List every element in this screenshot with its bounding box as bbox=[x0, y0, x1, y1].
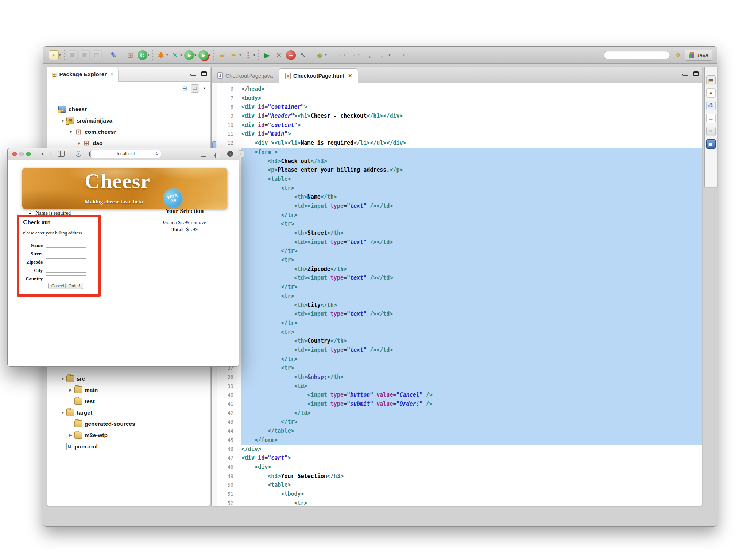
fold-icon[interactable]: − bbox=[233, 94, 241, 103]
open-expander-icon[interactable]: ▼ bbox=[59, 377, 66, 381]
open-perspective-icon[interactable]: ❖ bbox=[675, 51, 681, 59]
code-line-29[interactable]: 29 <tr> bbox=[217, 292, 702, 301]
code-line-46[interactable]: 46</div> bbox=[217, 445, 702, 454]
dock-grip[interactable] bbox=[708, 69, 714, 72]
open-expander-icon[interactable]: ▼ bbox=[75, 141, 82, 145]
code-line-45[interactable]: 45 </form> bbox=[217, 436, 702, 445]
code-editor[interactable]: 6</head>7−<body>8−<div id="container">9<… bbox=[212, 83, 702, 506]
fold-icon[interactable]: − bbox=[233, 121, 241, 130]
open-expander-icon[interactable]: ▼ bbox=[59, 118, 66, 123]
new-tab-icon[interactable]: + bbox=[238, 150, 244, 157]
compare-icon[interactable]: ⋮▾ bbox=[243, 50, 255, 60]
code-line-24[interactable]: 24 </tr> bbox=[217, 246, 702, 256]
forward-icon[interactable]: › bbox=[47, 149, 54, 158]
fold-icon[interactable]: − bbox=[233, 102, 241, 112]
code-line-8[interactable]: 8−<div id="container"> bbox=[217, 102, 702, 112]
run-icon[interactable]: ▶▾ bbox=[184, 50, 196, 60]
tree-item-test[interactable]: test bbox=[47, 396, 210, 407]
code-line-6[interactable]: 6</head> bbox=[217, 85, 702, 94]
publish-icon[interactable]: ↖ bbox=[298, 50, 308, 60]
code-line-10[interactable]: 10−<div id="content"> bbox=[217, 121, 702, 130]
search-icon[interactable]: ✒▾ bbox=[229, 50, 241, 60]
profile-icon[interactable]: ✱▾ bbox=[156, 50, 168, 60]
tab-checkoutpage-java[interactable]: J CheckoutPage.java bbox=[212, 68, 279, 83]
coverage-icon[interactable]: C▾ bbox=[138, 50, 150, 60]
fold-icon[interactable]: − bbox=[233, 382, 241, 391]
minimize-button[interactable] bbox=[19, 152, 24, 156]
close-button[interactable] bbox=[12, 152, 17, 156]
code-line-14[interactable]: 14 <h3>Check out</h3> bbox=[217, 157, 702, 166]
code-line-12[interactable]: 12 <div ><ul><li>Name is required</li></… bbox=[217, 139, 702, 148]
fold-icon[interactable]: − bbox=[233, 481, 241, 490]
code-line-35[interactable]: 35 <td><input type="text" /></td> bbox=[217, 346, 702, 355]
code-line-23[interactable]: 23 <td><input type="text" /></td> bbox=[217, 238, 702, 247]
back-icon[interactable]: ‹ bbox=[39, 149, 46, 158]
code-line-38[interactable]: 38 <th>&nbsp;</th> bbox=[217, 373, 702, 382]
zipcode-field[interactable] bbox=[46, 258, 86, 264]
code-line-20[interactable]: 20 </tr> bbox=[217, 211, 702, 220]
back-icon[interactable]: ←▾ bbox=[379, 50, 391, 60]
fold-icon[interactable]: − bbox=[233, 463, 241, 472]
code-line-27[interactable]: 27 <td><input type="text" /></td> bbox=[217, 273, 702, 283]
closed-expander-icon[interactable]: ▶ bbox=[67, 433, 74, 438]
tree-item-target[interactable]: ▼target bbox=[47, 407, 210, 418]
tree-item-src/main/java[interactable]: ▼⊞src/main/java bbox=[47, 115, 210, 126]
debug-server-icon[interactable]: ✳ bbox=[274, 50, 284, 60]
restore-views-icon[interactable]: ▤ bbox=[706, 75, 716, 85]
new-wizard-icon[interactable]: ✦▾ bbox=[49, 50, 61, 60]
fold-icon[interactable]: − bbox=[233, 454, 241, 463]
tree-item-com.cheesr[interactable]: ▼⊞com.cheesr bbox=[47, 126, 210, 137]
cancel-button[interactable]: Cancel bbox=[48, 283, 67, 289]
code-line-26[interactable]: 26 <th>Zipcode</th> bbox=[217, 265, 702, 274]
open-expander-icon[interactable]: ▼ bbox=[67, 130, 74, 134]
code-line-32[interactable]: 32 </tr> bbox=[217, 319, 702, 328]
code-line-16[interactable]: 16 <table> bbox=[217, 175, 702, 184]
collapse-all-icon[interactable]: ⊟ bbox=[182, 85, 187, 92]
last-edit-location-icon[interactable]: ← bbox=[367, 50, 376, 60]
code-line-34[interactable]: 34 <th>Country</th> bbox=[217, 337, 702, 346]
code-line-41[interactable]: 41 <input type="submit" value="Order!" /… bbox=[217, 400, 702, 409]
console-icon[interactable]: ▣ bbox=[706, 139, 716, 149]
code-line-40[interactable]: 40 <input type="button" value="Cancel" /… bbox=[217, 390, 702, 400]
code-line-43[interactable]: 43 </tr> bbox=[217, 417, 702, 427]
tree-item-src[interactable]: ▼src bbox=[47, 373, 210, 384]
tree-item-cheesr[interactable]: Jcheesr bbox=[47, 104, 210, 115]
code-line-18[interactable]: 18 <th>Name</th> bbox=[217, 192, 702, 202]
annotations-icon[interactable]: @ bbox=[706, 101, 716, 110]
quick-access-input[interactable] bbox=[604, 51, 670, 59]
debug-icon[interactable]: ✳▾ bbox=[170, 50, 182, 60]
export-file-icon[interactable]: → bbox=[706, 114, 716, 123]
java-perspective-button[interactable]: Java bbox=[685, 50, 712, 61]
open-expander-icon[interactable]: ▼ bbox=[59, 411, 66, 415]
new-java-project-icon[interactable]: ⊞ bbox=[125, 50, 135, 60]
record-icon[interactable]: ● bbox=[706, 88, 716, 98]
filters-icon[interactable]: ≡ bbox=[706, 127, 716, 136]
view-menu-icon[interactable]: ▼ bbox=[203, 86, 206, 90]
reader-icon[interactable]: i bbox=[76, 151, 81, 157]
fold-icon[interactable]: − bbox=[233, 129, 241, 139]
code-line-33[interactable]: 33 <tr> bbox=[217, 328, 702, 337]
package-explorer-tab[interactable]: ⊞ Package Explorer ✕ bbox=[47, 67, 119, 82]
fold-icon[interactable]: − bbox=[233, 490, 241, 499]
street-field[interactable] bbox=[46, 250, 86, 256]
order-button[interactable]: Order! bbox=[65, 283, 83, 289]
code-line-9[interactable]: 9<div id="header"><h1>Cheesr - checkout<… bbox=[217, 112, 702, 121]
code-line-51[interactable]: 51− <tbody> bbox=[217, 490, 702, 499]
code-line-49[interactable]: 49 <h3>Your Selection</h3> bbox=[217, 472, 702, 481]
code-line-17[interactable]: 17 <tr> bbox=[217, 184, 702, 193]
city-field[interactable] bbox=[46, 267, 86, 273]
browser-titlebar[interactable]: ‹ › i ◦ localhost ↻ ↓ + bbox=[8, 148, 239, 160]
open-web-browser-icon[interactable]: ◈▾ bbox=[315, 50, 327, 60]
tabs-icon[interactable] bbox=[214, 152, 218, 156]
code-line-42[interactable]: 42 </td> bbox=[217, 409, 702, 418]
country-field[interactable] bbox=[46, 275, 86, 281]
run-server-icon[interactable]: ▶ bbox=[262, 50, 272, 60]
maximize-icon[interactable] bbox=[201, 71, 207, 76]
closed-expander-icon[interactable]: ▶ bbox=[67, 388, 74, 392]
tree-item-dao[interactable]: ▼⊞dao bbox=[47, 137, 210, 149]
code-line-22[interactable]: 22 <th>Street</th> bbox=[217, 229, 702, 238]
code-line-36[interactable]: 36 </tr> bbox=[217, 355, 702, 364]
downloads-icon[interactable]: ↓ bbox=[227, 151, 233, 157]
code-line-19[interactable]: 19 <td><input type="text" /></td> bbox=[217, 202, 702, 211]
fold-icon[interactable]: − bbox=[233, 499, 241, 506]
